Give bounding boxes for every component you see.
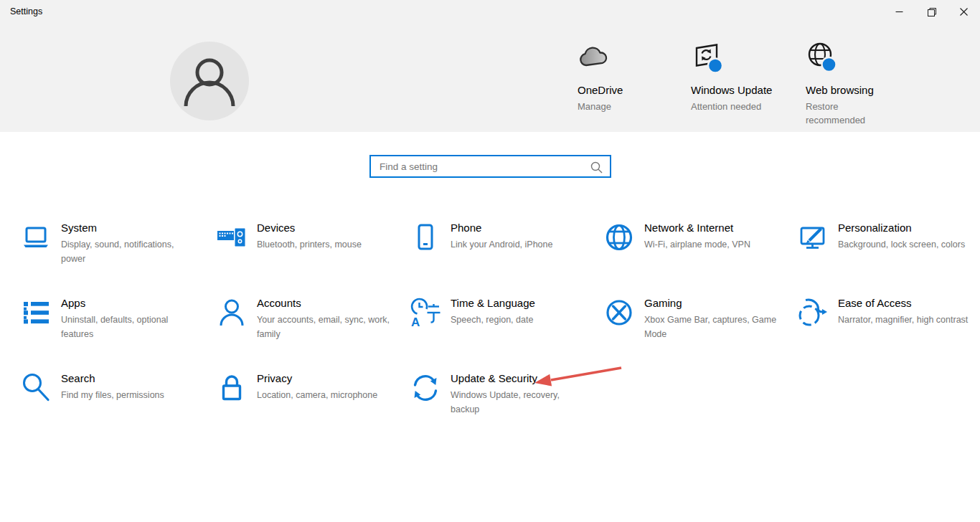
search-icon[interactable]	[590, 161, 603, 174]
tile-subtitle: Background, lock screen, colors	[838, 237, 965, 252]
tile-subtitle: Windows Update, recovery, backup	[451, 388, 588, 417]
alert-dot	[822, 57, 837, 72]
search-box	[369, 155, 611, 178]
tile-system[interactable]: System Display, sound, notifications, po…	[20, 219, 216, 294]
close-icon	[960, 8, 968, 16]
tile-phone[interactable]: Phone Link your Android, iPhone	[410, 219, 603, 294]
tile-privacy[interactable]: Privacy Location, camera, microphone	[216, 369, 410, 445]
network-globe-icon	[603, 222, 635, 253]
tile-title: Accounts	[257, 297, 395, 309]
status-item-web-browsing[interactable]: Web browsing Restore recommended	[806, 41, 886, 128]
apps-list-icon	[20, 297, 52, 328]
status-title: Web browsing	[806, 84, 886, 96]
tile-subtitle: Speech, region, date	[451, 313, 535, 327]
tile-personalization[interactable]: Personalization Background, lock screen,…	[797, 219, 973, 294]
tile-title: Ease of Access	[838, 297, 968, 309]
status-item-windows-update[interactable]: Windows Update Attention needed	[691, 41, 791, 114]
tile-devices[interactable]: Devices Bluetooth, printers, mouse	[216, 219, 410, 294]
tile-title: Time & Language	[451, 297, 535, 309]
tile-title: Network & Internet	[644, 222, 750, 234]
status-title: OneDrive	[578, 84, 671, 96]
system-laptop-icon	[20, 222, 52, 253]
ease-of-access-icon	[797, 297, 829, 328]
tile-title: Apps	[61, 297, 199, 309]
tile-title: Personalization	[838, 222, 965, 234]
tile-network-internet[interactable]: Network & Internet Wi-Fi, airplane mode,…	[603, 219, 797, 294]
phone-icon	[410, 222, 441, 253]
tile-subtitle: Narrator, magnifier, high contrast	[838, 313, 968, 327]
tile-subtitle: Uninstall, defaults, optional features	[61, 313, 199, 341]
minimize-button[interactable]	[883, 0, 915, 24]
tile-title: Phone	[451, 222, 552, 234]
privacy-lock-icon	[216, 372, 248, 404]
status-subtitle: Restore recommended	[806, 100, 886, 128]
category-grid: System Display, sound, notifications, po…	[20, 219, 973, 445]
tile-title: Search	[61, 372, 164, 384]
devices-keyboard-icon	[216, 222, 248, 253]
tile-subtitle: Link your Android, iPhone	[451, 237, 552, 252]
tile-title: Devices	[257, 222, 362, 234]
user-icon	[170, 42, 249, 120]
accounts-user-icon	[216, 297, 248, 328]
web-browsing-globe-icon	[806, 41, 886, 75]
tile-ease-of-access[interactable]: Ease of Access Narrator, magnifier, high…	[797, 294, 973, 369]
tile-subtitle: Location, camera, microphone	[257, 388, 377, 402]
minimize-icon	[895, 8, 903, 16]
tile-search[interactable]: Search Find my files, permissions	[20, 369, 216, 445]
gaming-xbox-icon	[603, 297, 635, 328]
tile-subtitle: Xbox Game Bar, captures, Game Mode	[644, 313, 782, 341]
personalization-display-icon	[797, 222, 829, 253]
tile-title: Gaming	[644, 297, 782, 309]
tile-time-language[interactable]: A Time & Language Speech, region, date	[410, 294, 603, 369]
tile-apps[interactable]: Apps Uninstall, defaults, optional featu…	[20, 294, 216, 369]
restore-icon	[928, 8, 936, 16]
window-controls	[883, 0, 980, 24]
update-security-sync-icon	[410, 372, 441, 404]
svg-text:A: A	[411, 315, 420, 328]
tile-title: System	[61, 222, 199, 234]
tile-subtitle: Display, sound, notifications, power	[61, 237, 199, 266]
restore-button[interactable]	[915, 0, 948, 24]
time-language-clock-icon: A	[410, 297, 441, 328]
tile-subtitle: Your accounts, email, sync, work, family	[257, 313, 395, 341]
tile-subtitle: Wi-Fi, airplane mode, VPN	[644, 237, 750, 252]
avatar	[170, 42, 249, 120]
onedrive-cloud-icon	[578, 41, 671, 75]
search-magnifier-icon	[20, 372, 52, 404]
windows-update-sync-icon	[691, 41, 791, 75]
titlebar: Settings	[0, 0, 980, 24]
alert-dot	[708, 59, 722, 73]
status-subtitle: Manage	[578, 100, 671, 114]
tile-subtitle: Find my files, permissions	[61, 388, 164, 402]
tile-title: Privacy	[257, 372, 377, 384]
close-button[interactable]	[948, 0, 980, 24]
tile-accounts[interactable]: Accounts Your accounts, email, sync, wor…	[216, 294, 410, 369]
status-item-onedrive[interactable]: OneDrive Manage	[578, 41, 671, 114]
status-title: Windows Update	[691, 84, 791, 96]
window-title: Settings	[10, 6, 42, 16]
tile-gaming[interactable]: Gaming Xbox Game Bar, captures, Game Mod…	[603, 294, 797, 369]
search-input[interactable]	[371, 156, 610, 176]
tile-title: Update & Security	[451, 372, 588, 384]
status-subtitle: Attention needed	[691, 100, 791, 114]
tile-subtitle: Bluetooth, printers, mouse	[257, 237, 362, 252]
tile-update-security[interactable]: Update & Security Windows Update, recove…	[410, 369, 603, 445]
